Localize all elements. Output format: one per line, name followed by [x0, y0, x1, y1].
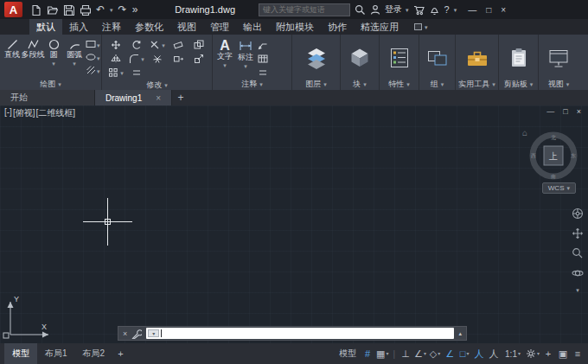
doc-restore-button[interactable]: □: [563, 107, 567, 116]
plot-icon[interactable]: [80, 4, 91, 16]
mirror-tool[interactable]: [105, 52, 126, 66]
panel-title-utilities[interactable]: 实用工具▾: [456, 79, 498, 90]
ribbon-tab-annotate[interactable]: 注释: [95, 19, 128, 35]
command-recent-icon[interactable]: ▾: [148, 329, 159, 337]
open-file-icon[interactable]: [47, 4, 58, 16]
panel-title-view[interactable]: 视图▾: [539, 79, 578, 90]
move-tool[interactable]: [105, 38, 126, 52]
drawing-viewport[interactable]: [-] [俯视] [二维线框] — □ × ⌂ 上 北 东 南 西 WCS▾ ▾: [0, 105, 588, 343]
panel-title-groups[interactable]: 组▾: [419, 79, 455, 90]
viewport-control[interactable]: [-]: [4, 107, 12, 119]
file-tab-start[interactable]: 开始: [0, 90, 95, 105]
dimension-style-icon[interactable]: [258, 67, 268, 78]
panel-title-draw[interactable]: 绘图▾: [0, 79, 101, 90]
panel-title-annotation[interactable]: 注释▾: [213, 79, 291, 90]
help-caret-icon[interactable]: ▾: [454, 7, 457, 13]
command-line[interactable]: × ▾ ▴: [118, 326, 467, 341]
arc-tool[interactable]: 圆弧▾: [64, 36, 85, 79]
offset-tool[interactable]: [126, 66, 147, 80]
viewcube[interactable]: 上 北 东 南 西: [529, 131, 578, 180]
annotation-monitor-toggle[interactable]: +: [542, 346, 554, 361]
file-tab-close-icon[interactable]: ×: [156, 93, 161, 103]
command-input[interactable]: [163, 329, 452, 338]
panel-title-layers[interactable]: 图层▾: [292, 79, 340, 90]
customization-menu[interactable]: ≡: [572, 346, 584, 361]
panel-title-block[interactable]: 块▾: [341, 79, 379, 90]
undo-icon[interactable]: ↶: [96, 4, 105, 15]
qat-more-icon[interactable]: »: [132, 4, 138, 15]
ribbon-tab-parametric[interactable]: 参数化: [128, 19, 170, 35]
model-space-toggle[interactable]: 模型: [336, 346, 359, 361]
view-control[interactable]: [俯视]: [13, 107, 35, 119]
new-drawing-tab-button[interactable]: +: [172, 90, 189, 105]
scale-tool[interactable]: [189, 52, 209, 66]
annotation-visibility-toggle[interactable]: 人: [473, 346, 485, 361]
leader-tool-icon[interactable]: [258, 40, 268, 50]
hatch-tool-icon[interactable]: [86, 65, 96, 75]
file-tab-drawing1[interactable]: Drawing1×: [95, 90, 172, 105]
groups-icon[interactable]: [425, 47, 450, 69]
navbar-more-icon[interactable]: ▾: [576, 287, 579, 293]
panel-title-clipboard[interactable]: 剪贴板▾: [499, 79, 538, 90]
undo-caret-icon[interactable]: ▾: [110, 7, 113, 13]
polyline-tool[interactable]: 多段线: [22, 36, 43, 79]
rotate-tool[interactable]: [126, 38, 147, 52]
command-history-icon[interactable]: ▴: [458, 330, 462, 337]
minimize-button[interactable]: —: [468, 5, 476, 15]
graphics-performance-toggle[interactable]: ▣: [557, 346, 569, 361]
compass-west[interactable]: 西: [531, 153, 536, 159]
clipboard-icon[interactable]: [507, 47, 531, 69]
zoom-icon[interactable]: [572, 247, 584, 259]
layout-tab-layout1[interactable]: 布局1: [37, 343, 75, 364]
isodraft-toggle[interactable]: ◇▾: [429, 346, 441, 361]
workspace-switching[interactable]: ▾: [526, 346, 540, 361]
table-tool-icon[interactable]: [258, 54, 268, 64]
ribbon-tab-manage[interactable]: 管理: [203, 19, 236, 35]
array-tool[interactable]: ▾: [105, 66, 126, 80]
panel-title-modify[interactable]: 修改▾: [102, 80, 212, 90]
notifications-icon[interactable]: [429, 4, 440, 16]
viewcube-top-face[interactable]: 上: [548, 151, 558, 161]
search-input[interactable]: [263, 5, 346, 14]
orbit-icon[interactable]: [572, 267, 584, 279]
snap-toggle[interactable]: ▦▾: [376, 346, 388, 361]
close-button[interactable]: ×: [501, 5, 506, 15]
help-icon[interactable]: ?: [444, 4, 450, 15]
wcs-selector[interactable]: WCS▾: [542, 182, 576, 194]
explode-tool[interactable]: [147, 52, 168, 66]
pan-icon[interactable]: [572, 227, 584, 239]
properties-icon[interactable]: [387, 47, 412, 69]
ortho-toggle[interactable]: ⊥: [399, 346, 412, 361]
command-close-icon[interactable]: ×: [123, 329, 127, 338]
compass-south[interactable]: 南: [551, 174, 556, 179]
redo-icon[interactable]: ↷: [118, 4, 127, 15]
save-icon[interactable]: [63, 4, 74, 16]
ribbon-collapse-button[interactable]: ▾: [411, 19, 431, 35]
line-tool[interactable]: 直线: [2, 36, 22, 79]
fillet-tool[interactable]: ▾: [126, 52, 147, 66]
panel-title-properties[interactable]: 特性▾: [380, 79, 419, 90]
utilities-icon[interactable]: [465, 47, 489, 69]
command-input-field[interactable]: ▾: [146, 328, 454, 339]
circle-tool[interactable]: 圆▾: [43, 36, 64, 79]
app-menu-button[interactable]: A: [4, 2, 22, 17]
ribbon-tab-featured-apps[interactable]: 精选应用: [354, 19, 406, 35]
steering-wheel-icon[interactable]: [572, 208, 584, 220]
erase-tool[interactable]: [168, 38, 189, 52]
app-store-icon[interactable]: [413, 4, 425, 16]
ribbon-tab-insert[interactable]: 插入: [62, 19, 95, 35]
ribbon-tab-addins[interactable]: 附加模块: [269, 19, 321, 35]
layout-tab-model[interactable]: 模型: [4, 343, 37, 364]
rectangle-tool-icon[interactable]: [86, 39, 96, 49]
ribbon-tab-collaborate[interactable]: 协作: [321, 19, 354, 35]
ellipse-tool-icon[interactable]: [86, 52, 96, 62]
ribbon-tab-home[interactable]: 默认: [29, 19, 62, 35]
command-customize-icon[interactable]: [131, 329, 142, 339]
view-icon[interactable]: [546, 47, 571, 69]
new-file-icon[interactable]: [30, 4, 42, 16]
new-layout-button[interactable]: +: [112, 348, 128, 359]
annotation-autoscale-toggle[interactable]: 人: [488, 346, 500, 361]
polar-tracking-toggle[interactable]: ∠▾: [414, 346, 426, 361]
text-tool[interactable]: A文字▾: [214, 36, 235, 79]
ribbon-tab-view[interactable]: 视图: [170, 19, 203, 35]
